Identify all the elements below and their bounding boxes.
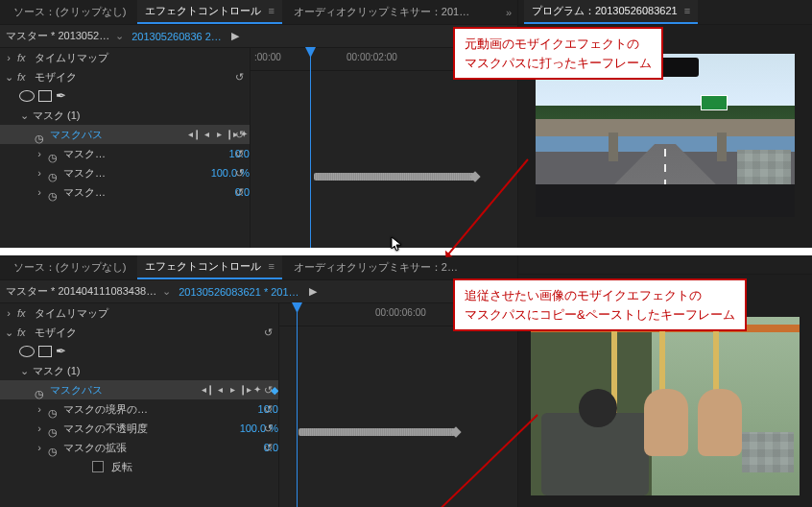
fx-mosaic[interactable]: モザイク [35,67,250,86]
tick-label: 00:00:06:00 [375,307,426,318]
track-forward-icon[interactable]: ❙▸ [239,380,251,399]
caret-icon[interactable]: › [4,48,13,67]
stopwatch-icon[interactable]: ◷ [48,442,60,453]
chevron-down-icon[interactable]: ⌄ [115,30,124,42]
caret-icon[interactable]: › [35,144,44,163]
panel-menu-icon[interactable]: ≡ [684,5,690,16]
playhead[interactable] [297,303,298,507]
mask-rect-icon[interactable] [38,90,52,102]
caret-icon[interactable]: ⌄ [4,67,13,86]
keyframe-timeline[interactable]: 00:00:06:00 00:0… [278,303,517,507]
reset-icon[interactable]: ↺ [235,163,244,182]
stopwatch-icon[interactable]: ◷ [48,422,60,434]
reset-icon[interactable]: ↺ [235,125,244,144]
fx-icon: fx [17,67,31,86]
master-clip-name[interactable]: マスター * 2013052… [0,29,115,43]
mask-opacity[interactable]: マスクの不透明度 [63,419,236,438]
mask-rect-icon[interactable] [38,346,52,357]
tab-effect-controls[interactable]: エフェクトコントロール ≡ [137,255,281,279]
reset-icon[interactable]: ↺ [235,182,244,202]
track-backward-icon[interactable]: ◂❙ [202,380,213,399]
caret-icon[interactable]: › [35,399,44,419]
fx-icon: fx [17,303,31,323]
track-backward-icon[interactable]: ◂❙ [188,125,200,144]
mask-invert-row[interactable]: 反転 [0,457,278,476]
stopwatch-icon[interactable]: ◷ [48,167,60,179]
stopwatch-icon[interactable]: ◷ [48,148,60,159]
track-prev-icon[interactable]: ◂ [201,125,212,144]
play-icon[interactable]: ▶ [231,30,239,42]
fx-mosaic[interactable]: モザイク [35,323,278,342]
mask-ellipse-icon[interactable] [19,90,35,102]
tab-effect-label: エフェクトコントロール [145,5,261,16]
track-next-icon[interactable]: ▸ [213,125,225,144]
nested-clip-name[interactable]: 20130526083621 * 201… [175,286,302,298]
reset-icon[interactable]: ↺ [264,323,273,342]
callout-box: 元動画のモザイクエフェクトの マスクパスに打ったキーフレーム [453,27,663,80]
mask-expand[interactable]: マスク… [63,182,231,202]
caret-icon[interactable]: ⌄ [4,323,13,342]
tab-effect-controls[interactable]: エフェクトコントロール ≡ [137,0,281,24]
master-clip-name[interactable]: マスター * 201404111083438… [0,284,162,299]
tick-label: :00:00 [254,52,281,62]
effect-controls-panel: ソース：(クリップなし) エフェクトコントロール ≡ オーディオクリップミキサー… [0,255,518,507]
caret-icon[interactable]: › [35,419,44,438]
reset-icon[interactable]: ↺ [235,144,244,163]
caret-icon[interactable]: ⌄ [19,361,29,380]
stopwatch-icon[interactable]: ◷ [35,129,46,140]
play-icon[interactable]: ▶ [309,285,317,298]
mosaic-area [737,150,791,184]
mask-path-row[interactable]: ◷ マスクパス ◂❙ ◂ ▸ ❙▸ ✦ ↺ [0,125,250,144]
stopwatch-icon[interactable]: ◷ [35,384,46,396]
mask-ellipse-icon[interactable] [19,346,35,357]
caret-icon[interactable]: › [35,438,44,457]
highway-sign [701,95,728,110]
effect-controls-panel: ソース：(クリップなし) エフェクトコントロール ≡ オーディオクリップミキサー… [0,0,518,248]
mask-opacity[interactable]: マスク… [63,163,207,182]
reset-icon[interactable]: ↺ [264,380,273,399]
stopwatch-icon[interactable]: ◷ [48,186,60,198]
caret-icon[interactable]: ⌄ [19,106,29,125]
mask-group[interactable]: マスク (1) [33,106,250,125]
tab-program[interactable]: プログラム：20130526083621 ≡ [524,0,698,24]
invert-checkbox[interactable] [92,461,104,472]
mask-feather[interactable]: マスク… [63,144,226,163]
mask-pen-icon[interactable]: ✒ [56,86,66,106]
nested-clip-name[interactable]: 201305260836 2… [128,31,226,42]
stopwatch-icon[interactable]: ◷ [48,403,60,415]
fx-time-remap[interactable]: タイムリマップ [35,48,250,67]
track-next-icon[interactable]: ▸ [227,380,238,399]
reset-icon[interactable]: ↺ [264,438,273,457]
track-prev-icon[interactable]: ◂ [214,380,226,399]
keyframe-cluster[interactable] [299,428,456,436]
track-settings-icon[interactable]: ✦ [251,380,263,399]
fx-icon: fx [17,323,31,342]
playhead[interactable] [310,48,311,248]
caret-icon[interactable]: › [4,303,13,323]
clip-header: マスター * 201404111083438… ⌄ 20130526083621… [0,280,517,303]
mask-feather[interactable]: マスクの境界の… [63,399,254,419]
caret-icon[interactable]: › [35,163,44,182]
tick-label: 00:00:02:00 [346,52,397,62]
program-monitor[interactable] [531,317,800,495]
reset-icon[interactable]: ↺ [264,419,273,438]
tab-audio-mixer[interactable]: オーディオクリップミキサー：201… [286,1,477,23]
mask-pen-icon[interactable]: ✒ [56,342,66,361]
mouse-cursor-icon [391,236,404,254]
keyframe-cluster[interactable] [314,173,475,181]
tab-source[interactable]: ソース：(クリップなし) [6,1,133,23]
panel-menu-icon[interactable]: ≡ [268,260,274,272]
panel-menu-icon[interactable]: ≡ [268,5,274,16]
clip-header: マスター * 2013052… ⌄ 201305260836 2… ▶ [0,25,517,48]
mask-path-row[interactable]: ◷ マスクパス ◂❙ ◂ ▸ ❙▸ ✦ ◆ ↺ [0,380,278,399]
mask-group[interactable]: マスク (1) [33,361,278,380]
fx-time-remap[interactable]: タイムリマップ [35,303,278,323]
tab-source[interactable]: ソース：(クリップなし) [6,256,133,278]
caret-icon[interactable]: › [35,182,44,202]
mask-expand[interactable]: マスクの拡張 [63,438,260,457]
tabs-overflow-icon[interactable]: » [506,7,512,18]
reset-icon[interactable]: ↺ [264,399,273,419]
tab-audio-mixer[interactable]: オーディオクリップミキサー：2… [286,256,466,278]
reset-icon[interactable]: ↺ [235,67,244,86]
chevron-down-icon[interactable]: ⌄ [162,285,171,298]
